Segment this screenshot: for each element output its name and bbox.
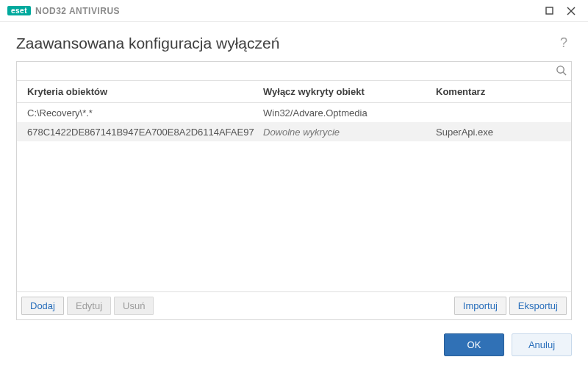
column-detection[interactable]: Wyłącz wykryty obiekt: [263, 86, 436, 97]
cell-comment: SuperApi.exe: [436, 127, 571, 138]
svg-point-3: [557, 66, 564, 72]
titlebar: eset NOD32 ANTIVIRUS: [0, 0, 588, 22]
column-comment[interactable]: Komentarz: [436, 86, 571, 97]
table-header: Kryteria obiektów Wyłącz wykryty obiekt …: [17, 81, 571, 103]
cancel-button[interactable]: Anuluj: [512, 333, 572, 356]
remove-button[interactable]: Usuń: [114, 297, 154, 315]
import-button[interactable]: Importuj: [454, 297, 506, 315]
add-button[interactable]: Dodaj: [21, 297, 64, 315]
brand-badge: eset: [7, 6, 31, 15]
window-maximize-button[interactable]: [538, 0, 560, 22]
cell-criteria: C:\Recovery\*.*: [17, 107, 263, 118]
svg-line-4: [563, 72, 566, 75]
search-input[interactable]: [23, 66, 556, 77]
table-row[interactable]: C:\Recovery\*.* Win32/Advare.Optmedia: [17, 103, 571, 122]
edit-button[interactable]: Edytuj: [67, 297, 111, 315]
dialog-footer: OK Anuluj: [0, 320, 588, 368]
export-button[interactable]: Eksportuj: [509, 297, 567, 315]
close-icon: [567, 7, 576, 15]
search-bar: [17, 62, 571, 81]
cell-detection: Win32/Advare.Optmedia: [263, 107, 436, 118]
cell-criteria: 678C1422DE867141B947EA700E8A2D6114AFAE97: [17, 127, 263, 138]
search-icon[interactable]: [556, 65, 567, 78]
column-criteria[interactable]: Kryteria obiektów: [17, 86, 263, 97]
svg-rect-0: [546, 7, 553, 14]
maximize-icon: [545, 7, 553, 15]
page-title: Zaawansowana konfiguracja wyłączeń: [16, 35, 556, 52]
help-icon[interactable]: ?: [556, 32, 572, 54]
product-name: NOD32 ANTIVIRUS: [35, 6, 120, 16]
ok-button[interactable]: OK: [444, 333, 504, 356]
table-body: C:\Recovery\*.* Win32/Advare.Optmedia 67…: [17, 103, 571, 291]
window-close-button[interactable]: [560, 0, 582, 22]
exclusions-panel: Kryteria obiektów Wyłącz wykryty obiekt …: [16, 61, 572, 320]
cell-detection: Dowolne wykrycie: [263, 127, 436, 138]
table-row[interactable]: 678C1422DE867141B947EA700E8A2D6114AFAE97…: [17, 122, 571, 141]
dialog-header: Zaawansowana konfiguracja wyłączeń ?: [0, 22, 588, 61]
panel-toolbar: Dodaj Edytuj Usuń Importuj Eksportuj: [17, 291, 571, 319]
